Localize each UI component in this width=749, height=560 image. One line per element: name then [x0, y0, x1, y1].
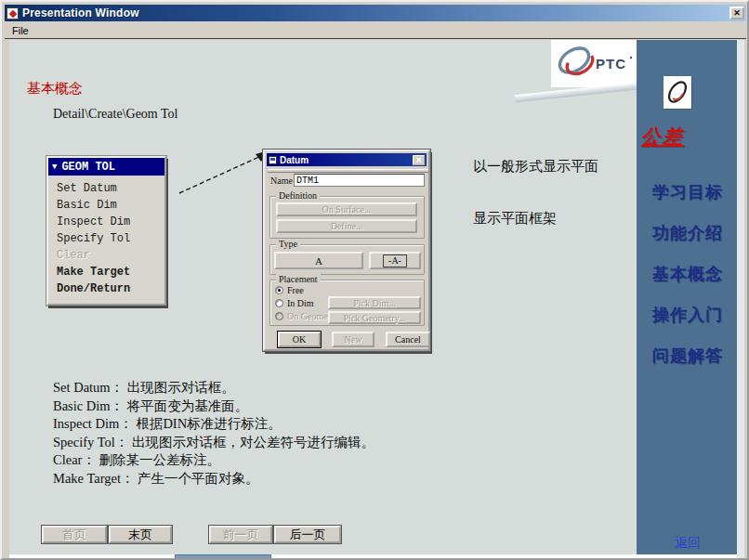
datum-dialog-close-icon[interactable]: ✕ [413, 155, 425, 165]
menu-item-inspect-dim[interactable]: Inspect Dim [57, 214, 164, 230]
cancel-button[interactable]: Cancel [386, 332, 430, 347]
type-framed-button[interactable]: -A- [369, 252, 421, 269]
menu-bar: File [5, 22, 746, 39]
define-button: Define... [276, 219, 417, 233]
sidebar-item-getting-started[interactable]: 操作入门 [652, 304, 723, 326]
chapter-icon-box [664, 76, 691, 109]
geom-tol-menu-header[interactable]: ▼ GEOM TOL [48, 158, 164, 176]
menu-item-set-datum[interactable]: Set Datum [57, 180, 164, 197]
radio-selected-icon [275, 286, 283, 294]
horizontal-scrollbar[interactable] [9, 554, 737, 560]
placement-label: Placement [276, 274, 321, 284]
menu-path-text: Detail\Create\Geom Tol [53, 107, 177, 122]
radio-icon [275, 299, 283, 307]
sidebar-item-basic-concepts[interactable]: 基本概念 [652, 263, 723, 285]
new-button: New [332, 332, 374, 347]
scrollbar-thumb[interactable] [175, 554, 271, 560]
menu-item-make-target[interactable]: Make Target [57, 264, 164, 280]
pen-swirl-icon [664, 76, 691, 109]
menu-item-done-return[interactable]: Done/Return [57, 280, 164, 297]
description-block: Set Datum： 出现图示对话框。 Basic Dim： 将平面变为基准面。… [53, 379, 374, 488]
caption-plane-frame: 显示平面框架 [473, 210, 557, 228]
datum-dialog-title: Datum [280, 155, 309, 165]
datum-dialog-titlebar[interactable]: Datum ✕ [267, 153, 427, 166]
description-line: Inspect Dim： 根据DIN标准进行标注。 [53, 415, 374, 434]
menu-triangle-icon: ▼ [52, 163, 57, 172]
presentation-window-icon [7, 7, 19, 20]
slide-area: PTC 基本概念 Detail\Create\Geom Tol ▼ GEOM T… [9, 40, 637, 554]
first-page-button: 首页 [42, 526, 107, 543]
radio-in-dim[interactable]: In Dim [275, 298, 314, 308]
name-input[interactable] [294, 174, 425, 187]
definition-label: Definition [276, 190, 320, 201]
close-icon[interactable]: ✕ [729, 7, 744, 20]
description-line: Make Target： 产生一个平面对象。 [53, 470, 374, 488]
type-plain-button[interactable]: A [274, 252, 363, 269]
menu-file[interactable]: File [5, 23, 36, 38]
definition-group: Definition On Surface... Define... [269, 196, 425, 239]
geom-tol-menu: ▼ GEOM TOL Set Datum Basic Dim Inspect D… [46, 156, 166, 306]
section-heading: 基本概念 [27, 80, 83, 98]
right-edge-strip [737, 40, 744, 560]
ptc-logo-text: PTC [596, 56, 626, 72]
description-line: Set Datum： 出现图示对话框。 [53, 379, 374, 397]
name-label: Name [270, 176, 293, 186]
on-surface-button: On Surface... [276, 202, 417, 216]
dialog-divider [268, 169, 428, 173]
ok-button[interactable]: OK [278, 332, 321, 347]
prev-page-button: 前一页 [209, 526, 272, 543]
menu-item-specify-tol[interactable]: Specify Tol [57, 230, 164, 247]
annotation-arrow-icon [172, 143, 276, 199]
caption-general-form: 以一般形式显示平面 [473, 158, 598, 176]
radio-free[interactable]: Free [275, 285, 304, 295]
menu-item-basic-dim[interactable]: Basic Dim [57, 197, 164, 214]
sidebar-item-features[interactable]: 功能介绍 [652, 222, 723, 244]
geom-tol-menu-body: Set Datum Basic Dim Inspect Dim Specify … [48, 176, 164, 304]
datum-dialog-icon [269, 156, 277, 164]
type-label: Type [276, 239, 300, 249]
description-line: Basic Dim： 将平面变为基准面。 [53, 397, 374, 416]
sidebar: 公差 学习目标 功能介绍 基本概念 操作入门 问题解答 返回 [637, 40, 737, 554]
presentation-window: Presentation Window ✕ File PTC 基本概念 Deta… [0, 0, 749, 560]
description-line: Specify Tol： 出现图示对话框，对公差符号进行编辑。 [53, 434, 374, 452]
radio-disabled-icon [275, 312, 283, 320]
ptc-logo-icon: PTC [551, 40, 635, 85]
window-title: Presentation Window [22, 7, 139, 20]
title-bar[interactable]: Presentation Window ✕ [5, 5, 746, 21]
type-group: Type A -A- [269, 244, 425, 275]
type-framed-label: -A- [383, 254, 407, 267]
geom-tol-menu-title: GEOM TOL [61, 161, 115, 174]
pick-dim-button: Pick Dim... [328, 296, 421, 309]
menu-item-clear: Clear [57, 247, 164, 264]
sidebar-item-learning-goals[interactable]: 学习目标 [652, 181, 723, 203]
radio-in-dim-label: In Dim [287, 298, 314, 308]
description-line: Clear： 删除某一公差标注。 [53, 451, 374, 470]
back-link[interactable]: 返回 [675, 535, 701, 552]
next-page-button[interactable]: 后一页 [274, 526, 341, 543]
chapter-title[interactable]: 公差 [641, 124, 684, 150]
radio-free-label: Free [287, 285, 304, 295]
placement-group: Placement Free In Dim On Geometry Pick D… [269, 280, 425, 326]
sidebar-item-qa[interactable]: 问题解答 [652, 345, 723, 367]
pick-geometry-button: Pick Geometry... [328, 311, 421, 324]
datum-dialog: Datum ✕ Name Definition On Surface... De… [263, 150, 430, 351]
logo-area: PTC [551, 40, 637, 87]
last-page-button[interactable]: 末页 [109, 526, 172, 543]
